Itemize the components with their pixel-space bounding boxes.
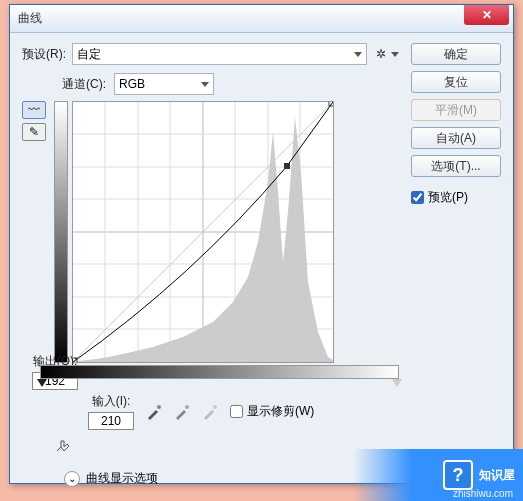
display-options-toggle[interactable]: ⌄ 曲线显示选项 — [64, 470, 399, 487]
close-button[interactable]: ✕ — [464, 5, 509, 25]
auto-button[interactable]: 自动(A) — [411, 127, 501, 149]
show-clip-checkbox[interactable]: 显示修剪(W) — [230, 403, 314, 420]
curve-point[interactable] — [284, 163, 290, 169]
preset-label: 预设(R): — [22, 46, 66, 63]
chevron-down-icon — [201, 82, 209, 87]
svg-point-16 — [213, 405, 217, 409]
preset-menu-button[interactable]: ✲ — [373, 46, 399, 62]
svg-point-15 — [185, 405, 189, 409]
preset-select[interactable]: 自定 — [72, 43, 367, 65]
black-eyedropper[interactable] — [144, 402, 164, 422]
watermark-sub: zhishiwu.com — [453, 488, 513, 499]
gear-icon: ✲ — [373, 46, 389, 62]
chevron-down-icon — [354, 52, 362, 57]
output-gradient — [54, 101, 68, 363]
expand-icon: ⌄ — [64, 471, 80, 487]
close-icon: ✕ — [482, 8, 492, 22]
dialog-title: 曲线 — [18, 10, 464, 27]
curve-tools: 〰 ✎ — [22, 101, 46, 363]
point-tool[interactable]: 〰 — [22, 101, 46, 119]
preview-label: 预览(P) — [428, 189, 468, 206]
watermark-text: 知识屋 — [479, 467, 515, 484]
chevron-down-icon — [391, 52, 399, 57]
watermark-icon: ? — [443, 460, 473, 490]
input-field[interactable] — [88, 412, 134, 430]
curve-plot[interactable] — [72, 101, 334, 363]
preview-checkbox[interactable]: 预览(P) — [411, 189, 501, 206]
eyedroppers — [144, 402, 220, 422]
channel-select[interactable]: RGB — [114, 73, 214, 95]
pencil-tool[interactable]: ✎ — [22, 123, 46, 141]
white-point-slider[interactable] — [392, 379, 402, 387]
smooth-button: 平滑(M) — [411, 99, 501, 121]
channel-label: 通道(C): — [62, 76, 106, 93]
ok-button[interactable]: 确定 — [411, 43, 501, 65]
black-point-slider[interactable] — [37, 379, 47, 387]
watermark: ? 知识屋 zhishiwu.com — [353, 449, 523, 501]
channel-value: RGB — [119, 77, 145, 91]
curves-dialog: 曲线 ✕ 预设(R): 自定 ✲ 通道(C): RGB — [9, 4, 514, 484]
options-button[interactable]: 选项(T)... — [411, 155, 501, 177]
svg-point-14 — [157, 405, 161, 409]
titlebar[interactable]: 曲线 ✕ — [10, 5, 513, 33]
targeted-adjust-tool[interactable] — [52, 436, 76, 456]
show-clip-label: 显示修剪(W) — [247, 403, 314, 420]
gray-eyedropper[interactable] — [172, 402, 192, 422]
input-label: 输入(I): — [92, 393, 131, 410]
input-gradient[interactable] — [40, 365, 399, 379]
input-box: 输入(I): — [88, 393, 134, 430]
white-eyedropper[interactable] — [200, 402, 220, 422]
preset-value: 自定 — [77, 46, 101, 63]
reset-button[interactable]: 复位 — [411, 71, 501, 93]
expand-label: 曲线显示选项 — [86, 470, 158, 487]
show-clip-input[interactable] — [230, 405, 243, 418]
preview-input[interactable] — [411, 191, 424, 204]
